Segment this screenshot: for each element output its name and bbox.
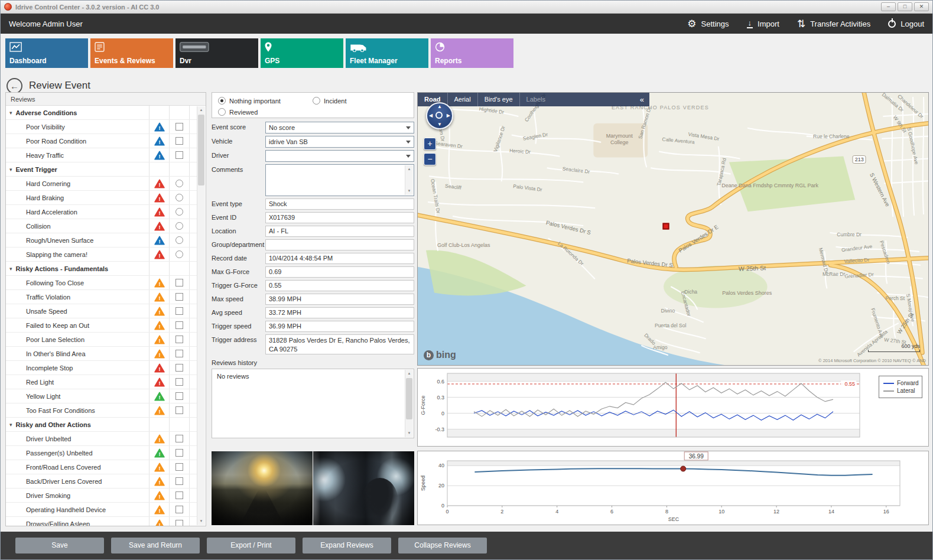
scroll-up-icon[interactable]: ▲ <box>405 165 413 173</box>
review-checkbox[interactable] <box>175 520 183 526</box>
record-date-field[interactable]: 10/4/2014 4:48:54 PM <box>265 253 414 264</box>
settings-button[interactable]: ⚙Settings <box>687 19 729 29</box>
cabin-camera-thumbnail[interactable] <box>313 451 414 525</box>
review-radio[interactable] <box>175 250 183 258</box>
classification-radio[interactable] <box>218 97 226 105</box>
tab-dashboard[interactable]: Dashboard <box>5 38 88 68</box>
comments-textarea[interactable]: ▲▼ <box>265 164 414 196</box>
scroll-down-icon[interactable]: ▼ <box>405 429 413 437</box>
map-panel[interactable]: RoadAerialBird's eyeLabels« ▲▼◀▶ +− b bi… <box>417 92 929 366</box>
zoom-in-button[interactable]: + <box>424 138 436 150</box>
trigger-g-force-field[interactable]: 0.55 <box>265 280 414 291</box>
location-field[interactable]: AI - FL <box>265 226 414 237</box>
event-score-dropdown[interactable]: No score <box>265 122 414 134</box>
review-checkbox[interactable] <box>175 378 183 386</box>
collapse-caret-icon[interactable]: ▾ <box>9 110 12 116</box>
collapse-reviews-button[interactable]: Collapse Reviews <box>398 538 487 554</box>
review-checkbox[interactable] <box>175 392 183 400</box>
classification-option-nothing-important[interactable]: Nothing important <box>218 97 281 105</box>
export-print-button[interactable]: Export / Print <box>207 538 295 554</box>
max-speed-field[interactable]: 38.99 MPH <box>265 294 414 305</box>
back-button[interactable]: ← <box>6 78 22 94</box>
event-id-field[interactable]: X017639 <box>265 212 414 223</box>
tab-events-reviews[interactable]: Events & Reviews <box>90 38 173 68</box>
save-button[interactable]: Save <box>15 538 104 554</box>
scroll-thumb[interactable] <box>406 378 412 419</box>
bing-logo[interactable]: b bing <box>424 350 456 360</box>
review-checkbox[interactable] <box>175 151 183 159</box>
close-button[interactable]: ✕ <box>914 2 929 11</box>
map-view-aerial[interactable]: Aerial <box>448 93 478 106</box>
collapse-caret-icon[interactable]: ▾ <box>9 422 12 428</box>
review-radio[interactable] <box>175 180 183 187</box>
trigger-address-field[interactable]: 31828 Palos Verdes Dr E, Rancho Palos Ve… <box>265 334 414 354</box>
front-camera-thumbnail[interactable] <box>212 451 313 525</box>
review-checkbox[interactable] <box>175 123 183 131</box>
save-and-return-button[interactable]: Save and Return <box>111 538 200 554</box>
scroll-up-icon[interactable]: ▲ <box>197 106 205 114</box>
trigger-speed-field[interactable]: 36.99 MPH <box>265 321 414 332</box>
map-view-labels[interactable]: Labels <box>520 93 552 106</box>
review-checkbox[interactable] <box>175 350 183 357</box>
review-checkbox[interactable] <box>175 336 183 343</box>
tab-reports[interactable]: Reports <box>431 38 513 68</box>
reviews-scrollbar[interactable]: ▲▼ <box>197 106 205 525</box>
review-checkbox[interactable] <box>175 463 183 471</box>
review-checkbox[interactable] <box>175 293 183 301</box>
review-checkbox[interactable] <box>175 137 183 145</box>
review-group-row[interactable]: ▾Adverse Conditions <box>6 106 197 120</box>
review-checkbox[interactable] <box>175 506 183 513</box>
scroll-down-icon[interactable]: ▼ <box>197 517 205 525</box>
review-checkbox[interactable] <box>175 477 183 485</box>
logout-button[interactable]: Logout <box>888 19 924 28</box>
tab-dvr[interactable]: Dvr <box>175 38 258 68</box>
review-radio[interactable] <box>175 222 183 230</box>
review-radio[interactable] <box>175 236 183 244</box>
vehicle-dropdown[interactable]: idrive Van SB <box>265 136 414 148</box>
compass-north-arrow[interactable]: ▲ <box>437 105 442 109</box>
reviews-history-scrollbar[interactable]: ▲▼ <box>405 370 413 437</box>
review-group-row[interactable]: ▾Event Trigger <box>6 162 197 177</box>
avg-speed-field[interactable]: 33.72 MPH <box>265 307 414 318</box>
event-location-pushpin[interactable] <box>662 223 669 229</box>
expand-reviews-button[interactable]: Expand Reviews <box>303 538 391 554</box>
classification-option-reviewed[interactable]: Reviewed <box>218 108 258 116</box>
classification-option-incident[interactable]: Incident <box>313 97 347 105</box>
transfer-activities-button[interactable]: ⇅Transfer Activities <box>797 19 870 29</box>
event-type-field[interactable]: Shock <box>265 198 414 210</box>
group-department-field[interactable] <box>265 239 414 250</box>
review-group-row[interactable]: ▾Risky and Other Actions <box>6 418 197 432</box>
review-checkbox[interactable] <box>175 307 183 315</box>
scroll-up-icon[interactable]: ▲ <box>405 370 413 377</box>
maximize-button[interactable]: □ <box>898 2 912 11</box>
max-g-force-field[interactable]: 0.69 <box>265 266 414 278</box>
classification-radio[interactable] <box>218 108 226 116</box>
map-view-bird-s-eye[interactable]: Bird's eye <box>478 93 520 106</box>
collapse-caret-icon[interactable]: ▾ <box>9 266 12 272</box>
map-collapse-button[interactable]: « <box>635 95 649 104</box>
compass-south-arrow[interactable]: ▼ <box>437 122 442 127</box>
collapse-caret-icon[interactable]: ▾ <box>9 167 12 172</box>
review-group-row[interactable]: ▾Risky Actions - Fundamentals <box>6 262 197 276</box>
tab-fleet-manager[interactable]: Fleet Manager <box>346 38 428 68</box>
tab-gps[interactable]: GPS <box>261 38 343 68</box>
scroll-down-icon[interactable]: ▼ <box>405 187 413 195</box>
review-checkbox[interactable] <box>175 279 183 286</box>
minimize-button[interactable]: – <box>881 2 896 11</box>
review-checkbox[interactable] <box>175 435 183 442</box>
review-checkbox[interactable] <box>175 364 183 372</box>
review-checkbox[interactable] <box>175 491 183 499</box>
driver-dropdown[interactable] <box>265 150 414 162</box>
classification-radio[interactable] <box>313 97 320 105</box>
review-checkbox[interactable] <box>175 321 183 329</box>
scroll-thumb[interactable] <box>198 115 204 185</box>
review-checkbox[interactable] <box>175 406 183 414</box>
compass-west-arrow[interactable]: ◀ <box>429 113 433 118</box>
review-checkbox[interactable] <box>175 449 183 457</box>
compass-east-arrow[interactable]: ▶ <box>447 113 450 118</box>
map-compass[interactable]: ▲▼◀▶ <box>426 102 453 129</box>
import-button[interactable]: ↓Import <box>747 19 779 28</box>
review-radio[interactable] <box>175 194 183 201</box>
comments-scrollbar[interactable]: ▲▼ <box>405 165 413 195</box>
zoom-out-button[interactable]: − <box>424 153 436 165</box>
